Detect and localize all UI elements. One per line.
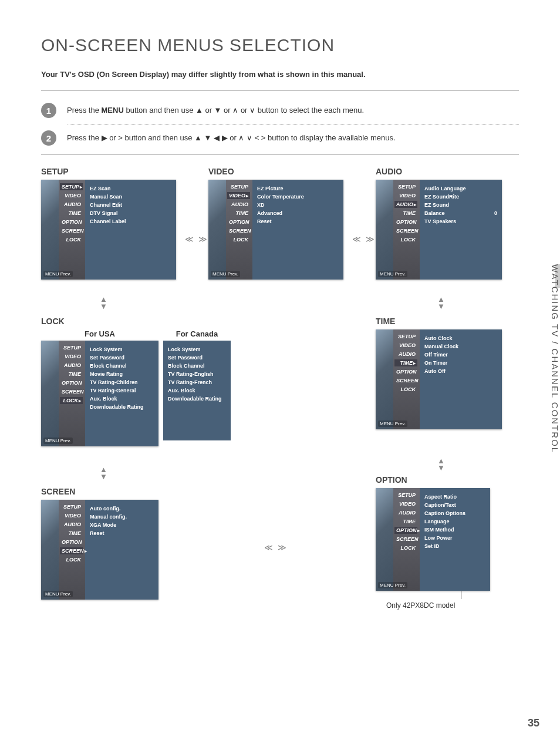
osd-menu-item: AUDIO: [60, 521, 83, 528]
osd-menu-item: TIME: [60, 371, 83, 378]
osd-menu-item: SCREEN: [394, 377, 417, 384]
osd-option-item: Manual Clock: [424, 344, 497, 349]
page-number: 35: [528, 717, 539, 729]
section-label-screen: SCREEN: [41, 487, 158, 496]
osd-option-item: XGA Mode: [90, 522, 154, 528]
page-title: ON-SCREEN MENUS SELECTION: [41, 35, 519, 55]
osd-audio: SETUPVIDEOAUDIO▸TIMEOPTIONSCREENLOCK Aud…: [376, 180, 502, 280]
osd-option-item: Aspect Ratio: [424, 494, 485, 500]
osd-menu-item: LOCK▸: [60, 397, 83, 404]
section-label-setup: SETUP: [41, 167, 176, 176]
arrows-horizontal-icon: ≪ ≫: [264, 543, 288, 552]
osd-option-item: On Timer: [424, 360, 497, 366]
lock-usa-label: For USA: [41, 329, 158, 338]
osd-option-item: EZ SoundRite: [424, 194, 497, 200]
osd-option-item: Aux. Block: [90, 396, 154, 402]
prev-label: MENU Prev.: [378, 582, 407, 588]
section-label-lock: LOCK: [41, 317, 231, 326]
osd-menu-item: VIDEO: [394, 500, 417, 507]
osd-left-list: SETUPVIDEOAUDIOTIME▸OPTIONSCREENLOCK: [393, 329, 420, 429]
osd-menu-item: VIDEO: [60, 353, 83, 360]
osd-menu-item: AUDIO: [60, 201, 83, 208]
osd-menu-item: VIDEO: [394, 342, 417, 349]
osd-option-item: Block Channel: [168, 363, 226, 369]
osd-option-item: Channel Edit: [90, 202, 171, 208]
dotted-divider: [68, 124, 519, 124]
osd-left-list: SETUPVIDEOAUDIOTIMEOPTIONSCREEN▸LOCK: [59, 500, 85, 600]
osd-setup: SETUP▸VIDEOAUDIOTIMEOPTIONSCREENLOCK EZ …: [41, 180, 176, 280]
osd-left-list: SETUP▸VIDEOAUDIOTIMEOPTIONSCREENLOCK: [59, 180, 85, 280]
osd-menu-item: LOCK: [394, 236, 417, 243]
osd-screen: SETUPVIDEOAUDIOTIMEOPTIONSCREEN▸LOCK Aut…: [41, 500, 158, 600]
balance-value: 0: [494, 210, 497, 216]
arrows-vertical-icon: ▲▼: [100, 296, 107, 309]
osd-menu-item: LOCK: [60, 556, 83, 563]
osd-option-item: TV Rating-French: [168, 379, 226, 385]
osd-menu-item: VIDEO: [60, 192, 83, 199]
osd-menu-item: OPTION: [60, 218, 83, 226]
osd-option-item: EZ Sound: [424, 202, 497, 208]
osd-option-item: Auto Clock: [424, 335, 497, 341]
osd-menu-item: SCREEN: [394, 227, 417, 234]
section-label-audio: AUDIO: [376, 167, 502, 176]
osd-left-list: SETUPVIDEO▸AUDIOTIMEOPTIONSCREENLOCK: [226, 180, 252, 280]
osd-menu-item: SCREEN: [394, 536, 417, 543]
osd-option-item: Advanced: [257, 210, 339, 216]
osd-lock-usa: SETUPVIDEOAUDIOTIMEOPTIONSCREENLOCK▸ Loc…: [41, 341, 158, 446]
osd-menu-item: SCREEN: [60, 227, 83, 234]
arrows-vertical-icon: ▲▼: [437, 296, 445, 309]
osd-menu-item: VIDEO: [394, 192, 417, 199]
osd-option-item: Reset: [90, 530, 154, 536]
osd-option: SETUPVIDEOAUDIOTIMEOPTION▸SCREENLOCK Asp…: [376, 488, 490, 591]
osd-menu-item: SCREEN: [227, 227, 250, 234]
osd-options: Audio LanguageEZ SoundRiteEZ SoundBalanc…: [420, 180, 502, 280]
osd-menu-item: TIME: [394, 518, 417, 525]
osd-menu-item: LOCK: [227, 236, 250, 243]
osd-left-list: SETUPVIDEOAUDIO▸TIMEOPTIONSCREENLOCK: [393, 180, 420, 280]
osd-option-item: Lock System: [168, 346, 226, 352]
arrows-vertical-icon: ▲▼: [437, 457, 445, 471]
osd-menu-item: OPTION: [227, 218, 250, 226]
osd-option-item: EZ Scan: [90, 186, 171, 191]
osd-menu-item: OPTION▸: [394, 527, 417, 534]
prev-label: MENU Prev.: [378, 420, 407, 427]
osd-menu-item: TIME: [394, 210, 417, 217]
osd-menu-item: OPTION: [60, 379, 83, 386]
osd-option-item: Lock System: [90, 346, 154, 352]
step-badge: 2: [41, 130, 56, 146]
prev-label: MENU Prev.: [43, 438, 73, 444]
osd-options: Aspect RatioCaption/TextCaption OptionsL…: [420, 488, 490, 591]
osd-option-item: DTV Signal: [90, 210, 171, 216]
prev-label: MENU Prev.: [43, 591, 73, 597]
osd-menu-item: LOCK: [394, 386, 417, 393]
osd-option-item: Caption Options: [424, 510, 485, 516]
divider: [41, 154, 519, 155]
osd-options: Lock SystemSet PasswordBlock ChannelMovi…: [85, 341, 158, 446]
osd-menu-item: TIME▸: [394, 359, 417, 366]
osd-menu-item: SCREEN: [60, 388, 83, 395]
osd-option-item: Downloadable Rating: [168, 396, 226, 402]
subtitle: Your TV's OSD (On Screen Display) may di…: [41, 70, 519, 79]
osd-option-item: Downloadable Rating: [90, 404, 154, 410]
osd-menu-item: LOCK: [394, 544, 417, 551]
osd-menu-item: TIME: [60, 530, 83, 537]
osd-option-item: Color Temperature: [257, 194, 339, 200]
osd-left-list: SETUPVIDEOAUDIOTIMEOPTION▸SCREENLOCK: [393, 488, 420, 591]
osd-options: Auto ClockManual ClockOff TimerOn TimerA…: [420, 329, 502, 429]
osd-menu-item: SCREEN▸: [60, 547, 83, 554]
osd-menu-item: TIME: [60, 210, 83, 217]
osd-option-item: TV Speakers: [424, 218, 497, 224]
osd-options: EZ ScanManual ScanChannel EditDTV Signal…: [85, 180, 176, 280]
osd-option-item: TV Rating-Children: [90, 379, 154, 385]
prev-label: MENU Prev.: [43, 271, 73, 277]
osd-option-item: Off Timer: [424, 352, 497, 358]
osd-option-item: Language: [424, 519, 485, 524]
osd-option-item: Block Channel: [90, 363, 154, 369]
osd-menu-item: AUDIO: [394, 509, 417, 516]
osd-menu-item: LOCK: [60, 236, 83, 243]
osd-option-item: TV Rating-English: [168, 371, 226, 377]
osd-menu-item: SETUP: [227, 183, 250, 190]
osd-menu-item: OPTION: [394, 218, 417, 226]
osd-option-item: ISM Method: [424, 527, 485, 533]
osd-option-item: Set Password: [168, 355, 226, 361]
